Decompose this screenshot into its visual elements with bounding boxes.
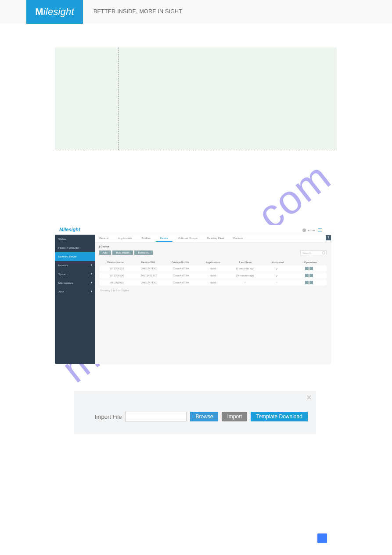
- table-row: GT1308100 24E124713C0 ClassA-OTAA cloud …: [99, 272, 327, 279]
- col-device-name: Device Name: [99, 261, 132, 264]
- edit-icon[interactable]: [305, 281, 309, 284]
- mini-sidebar: Status Packet Forwarder Network Server N…: [55, 235, 95, 364]
- edit-icon[interactable]: [305, 267, 309, 270]
- table-header-row: Device Name Device EUI Device-Profile Ap…: [99, 259, 327, 265]
- description-cell-right: [119, 47, 337, 150]
- chevron-right-icon: [91, 281, 92, 284]
- cell-application: cloud: [197, 274, 229, 277]
- sidebar-item-app[interactable]: APP: [55, 287, 95, 296]
- table-row: AT1061975 24E124713C ClassA-OTAA cloud –…: [99, 279, 327, 286]
- cell-device-eui: 24E124713C: [133, 267, 165, 270]
- sidebar-item-system[interactable]: System: [55, 270, 95, 279]
- cell-device-name: GT1308102: [101, 267, 133, 270]
- device-list-screenshot: Milesight admin Status Packet Forwarder …: [55, 225, 331, 364]
- sidebar-item-maintenance[interactable]: Maintenance: [55, 279, 95, 287]
- sidebar-item-network-server[interactable]: Network Server: [55, 252, 95, 261]
- chevron-right-icon: [91, 290, 92, 293]
- delete-icon[interactable]: [309, 281, 313, 284]
- brand-logo: Milesight: [35, 6, 74, 18]
- cell-application: cloud: [197, 267, 229, 270]
- delete-icon[interactable]: [309, 267, 313, 270]
- cell-last-seen: 17 seconds ago: [229, 267, 261, 270]
- description-table: [55, 47, 337, 150]
- mini-brand-logo: Milesight: [59, 227, 80, 232]
- search-placeholder: Search: [302, 252, 311, 254]
- cell-activated: ✓: [261, 267, 293, 270]
- search-input[interactable]: Search: [300, 250, 327, 255]
- brand-tagline: BETTER INSIDE, MORE IN SIGHT: [94, 8, 182, 15]
- delete-icon[interactable]: [309, 274, 313, 277]
- chevron-right-icon: [91, 264, 92, 266]
- import-button[interactable]: Import: [222, 412, 247, 421]
- user-icon: [302, 229, 306, 232]
- close-icon[interactable]: ×: [306, 395, 312, 399]
- page-corner-marker: [317, 533, 327, 543]
- cell-operation: [293, 274, 325, 278]
- delete-all-button[interactable]: Delete All: [134, 250, 152, 255]
- cell-device-eui: 24E124713C0: [133, 274, 165, 277]
- cell-device-name: AT1061975: [101, 281, 133, 284]
- device-table: Device Name Device EUI Device-Profile Ap…: [99, 259, 327, 286]
- import-dialog: × Import File Browse Import Template Dow…: [74, 391, 316, 434]
- cell-device-eui: 24E124713C: [133, 281, 165, 284]
- sidebar-item-status[interactable]: Status: [55, 235, 95, 243]
- tab-general[interactable]: General: [95, 235, 113, 241]
- bulk-import-button[interactable]: Bulk Import: [112, 250, 133, 255]
- cell-device-name: GT1308100: [101, 274, 133, 277]
- mini-main-panel: General Applications Profiles Device Mul…: [95, 235, 331, 364]
- cell-device-profile: ClassA-OTAA: [165, 267, 197, 270]
- cell-device-profile: ClassA-OTAA: [165, 274, 197, 277]
- showing-rows-label: Showing 1 to 3 of 3 rows: [95, 287, 331, 294]
- tab-multicast-groups[interactable]: Multicast Groups: [173, 235, 202, 241]
- admin-label: admin: [308, 229, 315, 232]
- description-cell-left: [55, 47, 119, 150]
- cell-last-seen: 29 minutes ago: [229, 274, 261, 277]
- tab-profiles[interactable]: Profiles: [137, 235, 155, 241]
- table-row: GT1308102 24E124713C ClassA-OTAA cloud 1…: [99, 265, 327, 272]
- help-icon[interactable]: ?: [326, 235, 331, 240]
- col-last-seen: Last Seen: [229, 261, 262, 264]
- cell-device-profile: ClassA-OTAA: [165, 281, 197, 284]
- logout-icon[interactable]: [318, 229, 322, 232]
- tab-packets[interactable]: Packets: [229, 235, 247, 241]
- chevron-right-icon: [91, 272, 92, 275]
- col-activated: Activated: [262, 261, 294, 264]
- cell-activated: ✓: [261, 274, 293, 277]
- import-row: Import File Browse Import Template Downl…: [95, 412, 308, 421]
- tab-applications[interactable]: Applications: [114, 235, 137, 241]
- col-device-profile: Device-Profile: [164, 261, 197, 264]
- import-file-input[interactable]: [125, 412, 187, 421]
- section-heading: | Device: [95, 243, 331, 250]
- col-operation: Operation: [294, 261, 327, 264]
- action-row: Add Bulk Import Delete All Search: [95, 250, 331, 258]
- search-icon: [322, 251, 325, 254]
- page-header: Milesight BETTER INSIDE, MORE IN SIGHT: [0, 0, 392, 24]
- cell-operation: [293, 281, 325, 285]
- sidebar-item-network[interactable]: Network: [55, 261, 95, 270]
- cell-activated: –: [261, 281, 293, 284]
- cell-operation: [293, 267, 325, 271]
- mini-tabs: General Applications Profiles Device Mul…: [95, 235, 331, 243]
- col-application: Application: [197, 261, 229, 264]
- brand-logo-plate: Milesight: [26, 0, 83, 24]
- tab-device[interactable]: Device: [156, 235, 173, 242]
- cell-last-seen: –: [229, 281, 261, 284]
- col-device-eui: Device EUI: [132, 261, 164, 264]
- browse-button[interactable]: Browse: [190, 412, 218, 421]
- sidebar-item-packet-forwarder[interactable]: Packet Forwarder: [55, 243, 95, 252]
- add-button[interactable]: Add: [99, 250, 111, 255]
- mini-admin-area: admin: [302, 229, 322, 232]
- edit-icon[interactable]: [305, 274, 309, 277]
- import-file-label: Import File: [95, 414, 122, 420]
- template-download-button[interactable]: Template Download: [251, 412, 307, 421]
- mini-topbar: Milesight admin: [55, 225, 331, 235]
- cell-application: cloud: [197, 281, 229, 284]
- tab-gateway-fleet[interactable]: Gateway Fleet: [202, 235, 228, 241]
